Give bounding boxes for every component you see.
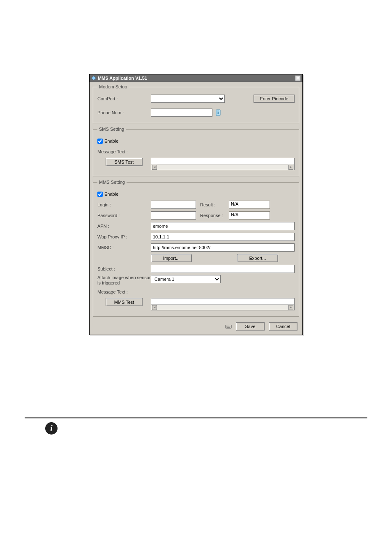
- svg-rect-2: [217, 111, 219, 111]
- dialog-footer: Save Cancel: [93, 320, 299, 331]
- login-label: Login :: [97, 202, 151, 207]
- dialog-title: MMS Application V1.51: [98, 76, 295, 81]
- mmsc-input[interactable]: [151, 243, 295, 252]
- apn-input[interactable]: [151, 222, 295, 230]
- cancel-button[interactable]: Cancel: [269, 322, 297, 331]
- import-button[interactable]: Import...: [151, 254, 192, 262]
- subject-label: Subject :: [97, 266, 151, 271]
- save-button[interactable]: Save: [236, 322, 265, 331]
- scroll-left-icon[interactable]: ◄: [152, 165, 157, 170]
- sms-enable-checkbox[interactable]: Enable: [97, 139, 118, 144]
- note-row: i: [25, 422, 367, 435]
- mms-enable-label: Enable: [104, 192, 118, 197]
- comport-label: ComPort :: [97, 96, 151, 101]
- sms-message-text-input[interactable]: ◄ ►: [151, 158, 295, 170]
- svg-rect-6: [227, 326, 228, 327]
- sms-enable-label: Enable: [104, 139, 118, 143]
- close-button[interactable]: ×: [295, 75, 301, 81]
- sms-message-text-label: Message Text :: [97, 149, 151, 154]
- scroll-right-icon[interactable]: ►: [288, 305, 293, 310]
- mms-enable-input[interactable]: [97, 192, 103, 197]
- svg-rect-5: [226, 326, 227, 327]
- subject-input[interactable]: [151, 265, 295, 273]
- enter-pincode-button[interactable]: Enter Pincode: [254, 95, 295, 103]
- response-label: Response :: [200, 213, 225, 218]
- mms-message-text-label: Message Text :: [97, 289, 151, 294]
- mms-enable-checkbox[interactable]: Enable: [97, 192, 118, 197]
- password-label: Password :: [97, 213, 151, 218]
- comport-select[interactable]: [151, 95, 225, 103]
- scroll-right-icon[interactable]: ►: [288, 165, 293, 170]
- wap-proxy-input[interactable]: [151, 233, 295, 241]
- sms-setting-legend: SMS Setting: [97, 127, 126, 132]
- mms-setting-legend: MMS Setting: [97, 180, 127, 185]
- apn-label: APN :: [97, 224, 151, 229]
- sms-test-button[interactable]: SMS Test: [106, 158, 143, 166]
- phonebook-icon[interactable]: [215, 109, 221, 116]
- login-input[interactable]: [151, 201, 196, 209]
- mms-test-button[interactable]: MMS Test: [106, 298, 143, 306]
- sms-enable-input[interactable]: [97, 139, 103, 144]
- mms-setting-group: MMS Setting Enable Login : Result : N/A: [93, 180, 299, 317]
- note-separator-top: [25, 417, 367, 419]
- svg-rect-7: [228, 326, 229, 327]
- scroll-left-icon[interactable]: ◄: [152, 305, 157, 310]
- info-icon: i: [45, 422, 58, 435]
- svg-marker-0: [92, 76, 96, 81]
- response-value: N/A: [229, 211, 270, 220]
- modem-setup-group: Modem Setup ComPort : Enter Pincode Phon…: [93, 84, 299, 123]
- note-separator-bottom: [25, 438, 367, 438]
- export-button[interactable]: Export...: [237, 254, 278, 262]
- keyboard-icon[interactable]: [225, 323, 232, 330]
- sms-setting-group: SMS Setting Enable Message Text : SMS Te…: [93, 127, 299, 176]
- svg-rect-8: [230, 326, 231, 327]
- phone-num-label: Phone Num :: [97, 110, 151, 115]
- attach-image-label: Attach image when sensor is triggered: [97, 275, 151, 286]
- attach-camera-select[interactable]: Camera 1: [151, 275, 221, 283]
- result-value: N/A: [229, 201, 270, 209]
- app-icon: [91, 76, 96, 81]
- svg-point-3: [217, 112, 219, 114]
- mmsc-label: MMSC :: [97, 245, 151, 250]
- dialog-body: Modem Setup ComPort : Enter Pincode Phon…: [90, 82, 302, 335]
- mms-application-dialog: MMS Application V1.51 × Modem Setup ComP…: [89, 74, 303, 335]
- svg-rect-9: [227, 327, 230, 328]
- password-input[interactable]: [151, 211, 196, 220]
- svg-rect-4: [226, 325, 231, 328]
- modem-setup-legend: Modem Setup: [97, 84, 129, 89]
- mms-message-text-input[interactable]: ◄ ►: [151, 298, 295, 310]
- wap-proxy-label: Wap Proxy IP :: [97, 234, 151, 239]
- titlebar: MMS Application V1.51 ×: [90, 74, 302, 82]
- phone-num-input[interactable]: [151, 109, 212, 117]
- result-label: Result :: [200, 202, 225, 207]
